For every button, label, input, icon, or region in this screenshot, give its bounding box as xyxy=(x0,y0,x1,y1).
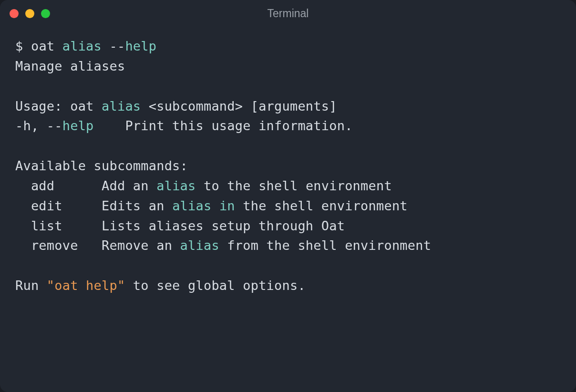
subcommand-desc: Lists aliases setup through Oat xyxy=(102,218,345,233)
subcommand-desc: to the shell environment xyxy=(196,178,392,193)
subcommand-name: remove xyxy=(15,238,102,253)
subcommand-hl: alias xyxy=(156,178,195,193)
subcommand-desc: from the shell environment xyxy=(219,238,431,253)
subcommand-desc: Remove an xyxy=(102,238,180,253)
help-flag-short: -h, -- xyxy=(15,118,62,133)
subcommand-desc xyxy=(211,198,219,213)
subcommand-desc: the shell environment xyxy=(235,198,408,213)
command-bin: oat xyxy=(31,39,62,53)
subcommand-name: add xyxy=(15,178,102,193)
footer-pre: Run xyxy=(15,278,47,293)
traffic-lights xyxy=(10,9,50,18)
window-title: Terminal xyxy=(267,7,309,20)
subcommand-name: edit xyxy=(15,198,102,213)
usage-sub: alias xyxy=(102,99,141,113)
subcommand-hl: in xyxy=(219,198,235,213)
subcommand-hl: alias xyxy=(172,198,211,213)
footer-post: to see global options. xyxy=(125,278,305,293)
command-sub: alias xyxy=(62,39,102,53)
usage-suffix: <subcommand> [arguments] xyxy=(141,99,337,113)
titlebar: Terminal xyxy=(0,0,576,27)
description: Manage aliases xyxy=(15,59,125,73)
help-flag-desc: Print this usage information. xyxy=(94,118,353,133)
subcommands-header: Available subcommands: xyxy=(15,158,188,173)
prompt: $ xyxy=(15,39,31,53)
terminal-body[interactable]: $ oat alias --help Manage aliases Usage:… xyxy=(0,27,576,392)
usage-prefix: Usage: oat xyxy=(15,99,102,113)
close-icon[interactable] xyxy=(10,9,19,18)
help-flag-hl: help xyxy=(62,118,94,133)
footer-quoted: "oat help" xyxy=(47,278,125,293)
terminal-window: Terminal $ oat alias --help Manage alias… xyxy=(0,0,576,392)
command-flag-prefix: -- xyxy=(102,39,125,53)
maximize-icon[interactable] xyxy=(41,9,50,18)
subcommand-desc: Edits an xyxy=(102,198,172,213)
subcommand-hl: alias xyxy=(180,238,219,253)
subcommand-desc: Add an xyxy=(102,178,156,193)
minimize-icon[interactable] xyxy=(25,9,34,18)
subcommand-name: list xyxy=(15,218,102,233)
command-flag: help xyxy=(125,39,156,53)
